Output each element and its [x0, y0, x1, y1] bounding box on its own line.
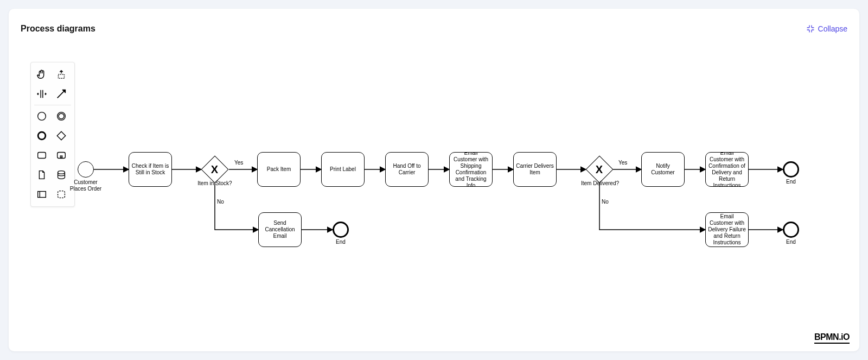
task-cancellation-email[interactable]: Send Cancellation Email [258, 212, 302, 247]
end-event-2[interactable] [333, 222, 349, 238]
task-check-stock[interactable]: Check if Item is Still in Stock [129, 152, 172, 187]
collapse-icon [806, 24, 815, 33]
end-event-3[interactable] [783, 222, 799, 238]
edges [9, 41, 859, 351]
task-email-delivery[interactable]: Email Customer with Confirmation of Deli… [705, 152, 749, 187]
gateway-item-in-stock[interactable]: X [201, 156, 229, 184]
panel-title: Process diagrams [21, 24, 95, 34]
task-notify-customer[interactable]: Notify Customer [641, 152, 685, 187]
end-event-2-label: End [334, 239, 347, 245]
diagram-canvas[interactable]: Customer Places Order Check if Item is S… [9, 41, 859, 351]
task-pack-item[interactable]: Pack Item [257, 152, 301, 187]
edge-label-yes-2: Yes [618, 160, 627, 166]
edge-label-no-2: No [602, 199, 609, 205]
gateway-stock-label: Item in Stock? [195, 180, 234, 187]
bpmn-io-logo[interactable]: BPMN.iO [814, 332, 850, 344]
panel: Process diagrams Collapse [9, 9, 859, 351]
task-email-shipping[interactable]: Email Customer with Shipping Confirmatio… [449, 152, 493, 187]
end-event-3-label: End [784, 239, 797, 245]
end-event-1[interactable] [783, 161, 799, 178]
start-event-label: Customer Places Order [65, 179, 106, 192]
collapse-label: Collapse [818, 24, 847, 33]
collapse-button[interactable]: Collapse [806, 24, 847, 33]
panel-header: Process diagrams Collapse [21, 21, 847, 37]
end-event-1-label: End [784, 179, 797, 185]
gateway-item-delivered[interactable]: X [586, 156, 614, 184]
edge-label-no-1: No [217, 199, 224, 205]
task-email-failure[interactable]: Email Customer with Delivery Failure and… [705, 212, 749, 247]
task-handoff-carrier[interactable]: Hand Off to Carrier [385, 152, 429, 187]
task-print-label[interactable]: Print Label [321, 152, 365, 187]
gateway-delivered-label: Item Delivered? [578, 180, 622, 187]
start-event[interactable] [78, 161, 94, 178]
edge-label-yes-1: Yes [234, 160, 243, 166]
task-carrier-delivers[interactable]: Carrier Delivers Item [513, 152, 557, 187]
